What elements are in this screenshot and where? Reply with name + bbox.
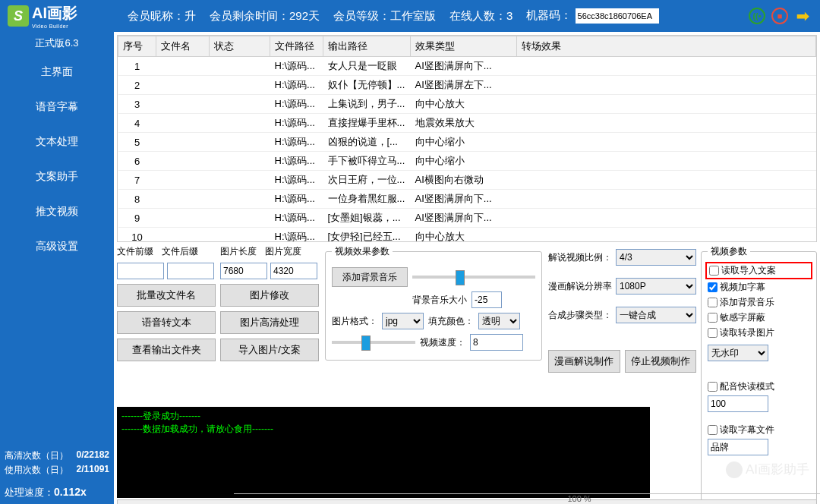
table-row[interactable]: 2H:\源码...奴仆【无停顿】...AI竖图满屏左下... — [118, 76, 816, 95]
stat-use: 使用次数（日）2/11091 — [5, 464, 109, 477]
signal-icon[interactable]: ((• — [749, 8, 765, 24]
table-row[interactable]: 3H:\源码...上集说到，男子...向中心放大 — [118, 95, 816, 114]
view-output-button[interactable]: 查看输出文件夹 — [117, 339, 216, 361]
sidebar-item-voice[interactable]: 语音字幕 — [0, 90, 114, 124]
th-output[interactable]: 输出路径 — [323, 36, 411, 57]
fill-color-select[interactable]: 透明 — [478, 313, 520, 329]
logo-icon: S — [8, 5, 29, 27]
th-status[interactable]: 状态 — [210, 36, 270, 57]
bgm-volume-input[interactable] — [472, 291, 502, 308]
th-filename[interactable]: 文件名 — [156, 36, 210, 57]
stop-icon[interactable]: ■ — [771, 8, 788, 24]
stat-hq: 高清次数（日）0/22182 — [5, 449, 109, 462]
chk-read-img[interactable]: 读取转录图片 — [708, 326, 810, 339]
logo-title: AI画影 — [32, 3, 77, 24]
ratio-label: 解说视频比例： — [548, 251, 613, 264]
table-row[interactable]: 9H:\源码...[女墨姐]银蕊，...AI竖图满屏向下... — [118, 209, 816, 228]
nickname: 会员昵称：升 — [128, 9, 196, 24]
watermark: AI画影助手 — [726, 461, 809, 478]
step-type-select[interactable]: 一键合成 — [616, 307, 696, 323]
table-row[interactable]: 8H:\源码...一位身着黑红服...AI竖图满屏向下... — [118, 190, 816, 209]
table-row[interactable]: 6H:\源码...手下被吓得立马...向中心缩小 — [118, 152, 816, 171]
table-row[interactable]: 10H:\源码...[女伊轻]已经五...向中心放大 — [118, 228, 816, 243]
sidebar-item-main[interactable]: 主界面 — [0, 55, 114, 90]
img-format-select[interactable]: jpg — [382, 313, 424, 329]
brand-input[interactable] — [708, 439, 768, 455]
batch-rename-button[interactable]: 批量改文件名 — [117, 284, 216, 307]
console-output: -------登录成功------- -------数据加载成功，请放心食用--… — [117, 407, 650, 498]
table-row[interactable]: 7H:\源码...次日王府，一位...AI横图向右微动 — [118, 171, 816, 190]
sidebar: 正式版6.3 主界面 语音字幕 文本处理 文案助手 推文视频 高级设置 高清次数… — [0, 32, 114, 504]
table-row[interactable]: 1H:\源码...女人只是一眨眼AI竖图满屏向下... — [118, 57, 816, 76]
add-bgm-button[interactable]: 添加背景音乐 — [332, 267, 408, 287]
chk-quick-read[interactable]: 配音快读模式 — [708, 380, 810, 393]
table-row[interactable]: 5H:\源码...凶狠的说道，[...向中心缩小 — [118, 133, 816, 152]
img-format-label: 图片格式： — [332, 315, 377, 328]
th-index[interactable]: 序号 — [118, 36, 156, 57]
suffix-input[interactable] — [167, 263, 214, 279]
table-row[interactable]: 4H:\源码...直接捏爆手里杯...地震效果放大 — [118, 114, 816, 133]
img-length-label: 图片长度 — [220, 245, 257, 258]
chk-subtitle[interactable]: 视频加字幕 — [708, 281, 810, 294]
video-speed-label: 视频速度： — [420, 336, 465, 349]
img-modify-button[interactable]: 图片修改 — [220, 284, 319, 307]
fill-color-label: 填充颜色： — [428, 315, 474, 328]
watermark-select[interactable]: 无水印 — [708, 345, 768, 361]
step-type-label: 合成步骤类型： — [548, 309, 613, 322]
footer-zoom: 100 % — [234, 493, 820, 504]
img-length-input[interactable] — [220, 263, 267, 279]
video-params-legend: 视频参数 — [708, 245, 750, 258]
th-effect[interactable]: 效果类型 — [411, 36, 517, 57]
wechat-icon — [726, 461, 743, 478]
sidebar-item-tweet[interactable]: 推文视频 — [0, 194, 114, 229]
chk-add-bgm[interactable]: 添加背景音乐 — [708, 296, 810, 309]
video-speed-input[interactable] — [470, 334, 523, 351]
file-table-wrap[interactable]: 序号 文件名 状态 文件路径 输出路径 效果类型 转场效果 1H:\源码...女… — [117, 35, 817, 242]
logo-subtitle: Video Builder — [32, 24, 77, 29]
sidebar-item-text[interactable]: 文本处理 — [0, 124, 114, 159]
prefix-input[interactable] — [117, 263, 164, 279]
version-label: 正式版6.3 — [0, 32, 114, 55]
online-count: 在线人数：3 — [449, 9, 512, 24]
remaining-time: 会员剩余时间：292天 — [210, 9, 320, 24]
table-header-row: 序号 文件名 状态 文件路径 输出路径 效果类型 转场效果 — [118, 36, 816, 57]
th-filepath[interactable]: 文件路径 — [270, 36, 323, 57]
speed-slider[interactable] — [332, 341, 415, 344]
header-bar: S AI画影 Video Builder 会员昵称：升 会员剩余时间：292天 … — [0, 0, 820, 32]
voice-to-text-button[interactable]: 语音转文本 — [117, 311, 216, 334]
member-grade: 会员等级：工作室版 — [333, 9, 436, 24]
chk-read-import[interactable]: 读取导入文案 — [705, 262, 812, 279]
logo: S AI画影 Video Builder — [0, 3, 114, 29]
chk-mask[interactable]: 敏感字屏蔽 — [708, 311, 810, 324]
stop-video-button[interactable]: 停止视频制作 — [625, 350, 697, 373]
img-width-label: 图片宽度 — [265, 245, 301, 258]
forward-icon[interactable]: ➡ — [794, 8, 811, 24]
make-video-button[interactable]: 漫画解说制作 — [548, 350, 620, 373]
video-effect-fieldset: 视频效果参数 添加背景音乐 背景音乐大小 图片格式： jpg 填充颜色： — [325, 245, 542, 361]
ratio-select[interactable]: 4/3 — [616, 249, 696, 266]
sidebar-item-adv[interactable]: 高级设置 — [0, 229, 114, 264]
th-transition[interactable]: 转场效果 — [517, 36, 816, 57]
console-line: -------数据加载成功，请放心食用------- — [121, 423, 645, 436]
machine-code-input[interactable] — [576, 8, 659, 24]
console-line: -------登录成功------- — [121, 410, 645, 423]
prefix-label: 文件前缀 — [117, 245, 153, 258]
chk-read-subtitle-file[interactable]: 读取字幕文件 — [708, 424, 810, 436]
bgm-volume-label: 背景音乐大小 — [412, 294, 467, 307]
img-hq-button[interactable]: 图片高清处理 — [220, 311, 319, 334]
resolution-label: 漫画解说分辨率： — [548, 280, 613, 293]
video-effect-legend: 视频效果参数 — [332, 245, 393, 258]
bgm-slider[interactable] — [412, 276, 535, 279]
resolution-select[interactable]: 1080P — [616, 278, 696, 295]
sidebar-item-copy[interactable]: 文案助手 — [0, 159, 114, 194]
import-img-button[interactable]: 导入图片/文案 — [220, 339, 319, 361]
img-width-input[interactable] — [270, 263, 317, 279]
machine-code: 机器码： — [526, 8, 658, 24]
quick-read-input[interactable] — [708, 395, 768, 412]
suffix-label: 文件后缀 — [162, 245, 198, 258]
processing-speed: 处理速度：0.112x — [0, 481, 114, 504]
file-table: 序号 文件名 状态 文件路径 输出路径 效果类型 转场效果 1H:\源码...女… — [118, 36, 816, 242]
